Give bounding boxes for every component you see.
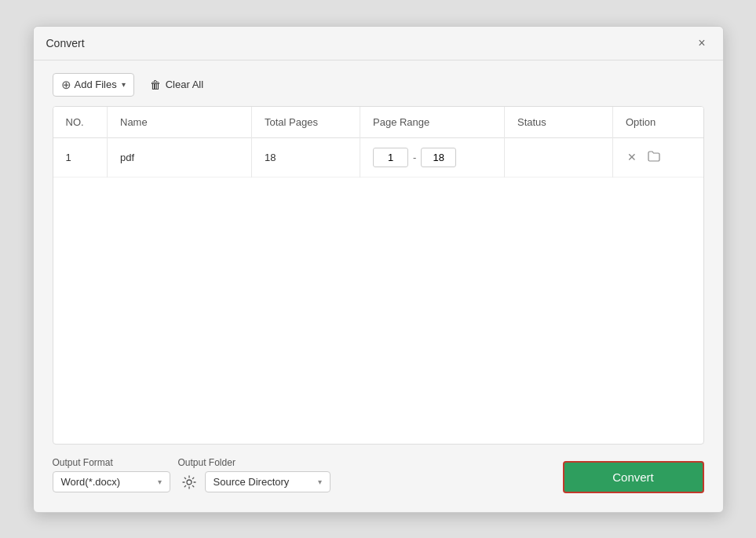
convert-dialog: Convert × ⊕ Add Files ▾ 🗑 Clear All NO. … xyxy=(33,26,724,513)
col-header-name: Name xyxy=(108,107,252,138)
file-table: NO. Name Total Pages Page Range Status O… xyxy=(53,107,703,178)
cell-page-range: - xyxy=(360,137,505,177)
cell-name: pdf xyxy=(108,137,252,177)
svg-point-0 xyxy=(187,480,192,485)
dialog-titlebar: Convert × xyxy=(34,27,723,60)
output-format-group: Output Format Word(*.docx) ▾ xyxy=(53,457,170,492)
cell-no: 1 xyxy=(53,137,108,177)
trash-icon: 🗑 xyxy=(150,79,161,91)
table-header-row: NO. Name Total Pages Page Range Status O… xyxy=(53,107,703,138)
close-button[interactable]: × xyxy=(693,35,710,52)
format-dropdown-arrow-icon: ▾ xyxy=(158,478,162,486)
col-header-page-range: Page Range xyxy=(360,107,505,138)
cell-total-pages: 18 xyxy=(252,137,360,177)
output-folder-label: Output Folder xyxy=(178,457,331,468)
folder-select-row: Source Directory ▾ xyxy=(178,471,331,493)
plus-circle-icon: ⊕ xyxy=(61,78,71,92)
dropdown-arrow-icon: ▾ xyxy=(122,80,126,89)
file-table-container: NO. Name Total Pages Page Range Status O… xyxy=(53,106,704,445)
output-format-label: Output Format xyxy=(53,457,170,468)
range-dash: - xyxy=(413,152,416,163)
add-files-button[interactable]: ⊕ Add Files ▾ xyxy=(53,73,134,97)
clear-all-label: Clear All xyxy=(166,79,203,90)
remove-file-button[interactable]: ✕ xyxy=(626,149,638,165)
footer-left: Output Format Word(*.docx) ▾ Output Fold… xyxy=(53,457,331,493)
toolbar: ⊕ Add Files ▾ 🗑 Clear All xyxy=(53,73,704,97)
add-files-label: Add Files xyxy=(75,79,117,90)
clear-all-button[interactable]: 🗑 Clear All xyxy=(142,75,211,95)
col-header-option: Option xyxy=(613,107,703,138)
cell-status xyxy=(505,137,613,177)
folder-dropdown-arrow-icon: ▾ xyxy=(318,478,322,486)
dialog-body: ⊕ Add Files ▾ 🗑 Clear All NO. Name Total… xyxy=(34,60,723,512)
format-value: Word(*.docx) xyxy=(61,476,121,488)
col-header-total-pages: Total Pages xyxy=(252,107,360,138)
page-end-input[interactable] xyxy=(421,148,456,167)
output-folder-select[interactable]: Source Directory ▾ xyxy=(205,471,331,492)
dialog-title: Convert xyxy=(46,37,85,49)
col-header-status: Status xyxy=(505,107,613,138)
open-folder-button[interactable] xyxy=(646,149,662,166)
cell-option: ✕ xyxy=(613,137,703,177)
output-folder-group: Output Folder Source Directory ▾ xyxy=(178,457,331,493)
output-format-select[interactable]: Word(*.docx) ▾ xyxy=(53,471,170,492)
settings-icon-button[interactable] xyxy=(178,471,200,493)
footer: Output Format Word(*.docx) ▾ Output Fold… xyxy=(53,457,704,500)
page-start-input[interactable] xyxy=(373,148,408,167)
folder-value: Source Directory xyxy=(214,476,290,488)
footer-controls: Output Format Word(*.docx) ▾ Output Fold… xyxy=(53,457,331,493)
col-header-no: NO. xyxy=(53,107,108,138)
table-row: 1 pdf 18 - ✕ xyxy=(53,137,703,177)
convert-button[interactable]: Convert xyxy=(563,461,704,493)
